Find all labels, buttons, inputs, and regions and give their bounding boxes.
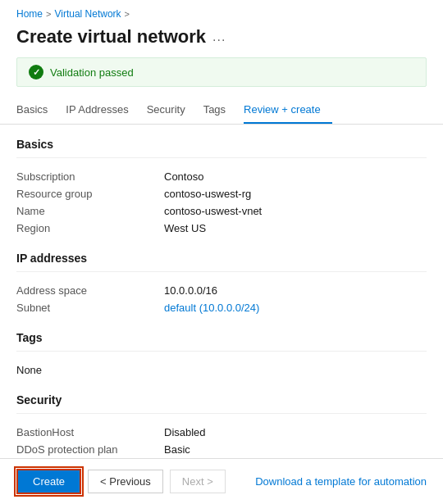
field-value-ddos: Basic bbox=[164, 443, 427, 456]
field-tags-none: None bbox=[16, 361, 427, 379]
tabs-container: Basics IP Addresses Security Tags Review… bbox=[0, 97, 443, 125]
section-tags-title: Tags bbox=[16, 331, 427, 344]
tab-review-create[interactable]: Review + create bbox=[244, 97, 332, 124]
breadcrumb-sep-2: > bbox=[125, 9, 130, 19]
field-ddos: DDoS protection plan Basic bbox=[16, 441, 427, 458]
divider-security bbox=[16, 413, 427, 414]
breadcrumb-home[interactable]: Home bbox=[16, 8, 43, 20]
field-label-subscription: Subscription bbox=[16, 170, 164, 183]
field-label-name: Name bbox=[16, 205, 164, 217]
section-tags: Tags None bbox=[16, 331, 427, 379]
tab-tags[interactable]: Tags bbox=[203, 97, 237, 124]
field-bastion-host: BastionHost Disabled bbox=[16, 424, 427, 441]
field-subscription: Subscription Contoso bbox=[16, 168, 427, 185]
section-basics: Basics Subscription Contoso Resource gro… bbox=[16, 138, 427, 237]
page-menu-button[interactable]: ... bbox=[212, 30, 226, 44]
field-value-subscription: Contoso bbox=[164, 170, 427, 183]
section-basics-title: Basics bbox=[16, 138, 427, 151]
section-security-title: Security bbox=[16, 393, 427, 406]
divider-basics bbox=[16, 157, 427, 158]
field-value-name: contoso-uswest-vnet bbox=[164, 205, 427, 217]
validation-text: Validation passed bbox=[50, 66, 134, 79]
field-subnet: Subnet default (10.0.0.0/24) bbox=[16, 299, 427, 316]
previous-button[interactable]: < Previous bbox=[88, 470, 163, 493]
tab-security[interactable]: Security bbox=[147, 97, 197, 124]
field-name: Name contoso-uswest-vnet bbox=[16, 202, 427, 220]
validation-banner: Validation passed bbox=[16, 57, 427, 87]
field-label-ddos: DDoS protection plan bbox=[16, 443, 164, 456]
divider-ip bbox=[16, 271, 427, 272]
validation-icon bbox=[29, 65, 43, 79]
field-value-region: West US bbox=[164, 222, 427, 234]
field-label-bastion: BastionHost bbox=[16, 426, 164, 438]
next-button: Next > bbox=[170, 470, 226, 493]
content-area: Basics Subscription Contoso Resource gro… bbox=[0, 125, 443, 503]
download-template-link[interactable]: Download a template for automation bbox=[255, 475, 427, 488]
breadcrumb-sep-1: > bbox=[46, 9, 51, 19]
section-ip-addresses: IP addresses Address space 10.0.0.0/16 S… bbox=[16, 252, 427, 316]
field-address-space: Address space 10.0.0.0/16 bbox=[16, 282, 427, 299]
footer: Create < Previous Next > Download a temp… bbox=[0, 458, 443, 504]
field-value-bastion: Disabled bbox=[164, 426, 427, 438]
field-label-subnet: Subnet bbox=[16, 302, 164, 314]
page-title: Create virtual network bbox=[16, 26, 206, 48]
breadcrumb-virtual-network[interactable]: Virtual Network bbox=[54, 8, 121, 20]
field-region: Region West US bbox=[16, 220, 427, 237]
create-button[interactable]: Create bbox=[16, 469, 81, 494]
field-label-resource-group: Resource group bbox=[16, 188, 164, 200]
field-value-resource-group: contoso-uswest-rg bbox=[164, 188, 427, 200]
breadcrumb: Home > Virtual Network > bbox=[0, 0, 443, 23]
section-ip-title: IP addresses bbox=[16, 252, 427, 265]
divider-tags bbox=[16, 351, 427, 352]
tab-ip-addresses[interactable]: IP Addresses bbox=[66, 97, 139, 124]
field-label-address-space: Address space bbox=[16, 284, 164, 297]
tab-basics[interactable]: Basics bbox=[16, 97, 59, 124]
field-value-subnet[interactable]: default (10.0.0.0/24) bbox=[164, 302, 427, 314]
page-header: Create virtual network ... bbox=[0, 23, 443, 57]
field-label-region: Region bbox=[16, 222, 164, 234]
field-value-tags-none: None bbox=[16, 364, 427, 376]
field-value-address-space: 10.0.0.0/16 bbox=[164, 284, 427, 297]
field-resource-group: Resource group contoso-uswest-rg bbox=[16, 185, 427, 202]
